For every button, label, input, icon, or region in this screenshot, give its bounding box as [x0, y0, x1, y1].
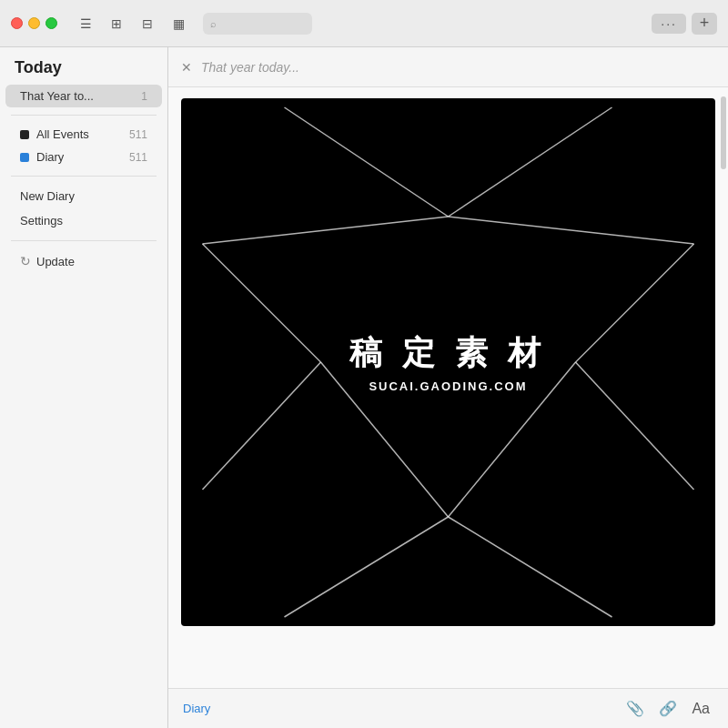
all-events-badge: 511 — [129, 128, 147, 141]
svg-line-2 — [203, 217, 449, 244]
svg-line-11 — [576, 362, 694, 490]
update-icon: ↻ — [20, 254, 31, 268]
traffic-lights — [11, 17, 57, 29]
sidebar-item-diary[interactable]: Diary 511 — [5, 146, 162, 168]
calendar-icon: ▦ — [173, 16, 185, 31]
dots-icon: ··· — [661, 16, 677, 31]
diary-label: Diary — [36, 150, 64, 164]
toolbar-right: ··· + — [652, 13, 717, 35]
list-icon: ☰ — [80, 16, 92, 31]
svg-line-7 — [449, 362, 576, 517]
grid-icon: ⊞ — [111, 16, 122, 31]
sidebar-item-update[interactable]: ↻ Update — [5, 248, 162, 274]
svg-line-1 — [449, 107, 612, 217]
sidebar-divider-3 — [11, 240, 157, 241]
attachment-button[interactable]: 📎 — [622, 696, 648, 721]
scrollbar[interactable] — [721, 96, 726, 169]
new-diary-label: New Diary — [20, 189, 75, 203]
content-footer: Diary 📎 🔗 Aa — [168, 688, 728, 728]
svg-line-9 — [449, 517, 612, 617]
that-year-badge: 1 — [141, 90, 147, 103]
format-icon: Aa — [692, 701, 710, 716]
timeline-icon: ⊟ — [142, 16, 153, 31]
decorative-lines — [181, 98, 715, 626]
svg-line-3 — [203, 244, 321, 362]
search-bar[interactable]: ⌕ — [203, 13, 312, 35]
svg-line-8 — [285, 517, 449, 617]
close-button[interactable] — [11, 17, 23, 29]
sidebar-item-that-year[interactable]: That Year to... 1 — [5, 85, 162, 107]
diary-badge: 511 — [129, 151, 147, 164]
entry-image: 稿 定 素 材 SUCAI.GAODING.COM — [181, 98, 715, 626]
grid-view-button[interactable]: ⊞ — [103, 12, 130, 35]
link-button[interactable]: 🔗 — [655, 696, 681, 721]
more-options-button[interactable]: ··· — [652, 14, 686, 34]
sidebar-header: Today — [0, 58, 167, 85]
add-entry-button[interactable]: + — [692, 13, 717, 35]
svg-line-0 — [285, 107, 449, 217]
svg-line-10 — [203, 362, 321, 490]
sidebar: Today That Year to... 1 All Events 511 D… — [0, 47, 168, 728]
update-label: Update — [36, 255, 75, 268]
sidebar-item-new-diary[interactable]: New Diary — [5, 184, 162, 208]
sidebar-item-all-events[interactable]: All Events 511 — [5, 123, 162, 146]
title-bar: ☰ ⊞ ⊟ ▦ ⌕ ··· + — [0, 0, 728, 47]
entry-area[interactable]: 稿 定 素 材 SUCAI.GAODING.COM — [168, 87, 728, 688]
fullscreen-button[interactable] — [46, 17, 57, 29]
format-button[interactable]: Aa — [688, 697, 713, 721]
svg-line-4 — [449, 217, 694, 244]
sidebar-divider-2 — [11, 176, 157, 177]
minimize-button[interactable] — [28, 17, 40, 29]
calendar-view-button[interactable]: ▦ — [165, 12, 192, 35]
attachment-icon: 📎 — [626, 701, 644, 716]
sidebar-item-settings[interactable]: Settings — [5, 208, 162, 233]
toolbar-icons: ☰ ⊞ ⊟ ▦ — [72, 12, 192, 35]
entry-title: That year today... — [201, 60, 299, 75]
main-layout: Today That Year to... 1 All Events 511 D… — [0, 47, 728, 728]
that-year-label: That Year to... — [20, 89, 94, 103]
settings-label: Settings — [20, 214, 63, 228]
plus-icon: + — [700, 14, 710, 33]
content-area: ✕ That year today... — [168, 47, 728, 728]
diary-dot — [20, 153, 29, 162]
all-events-dot — [20, 130, 29, 139]
close-icon: ✕ — [181, 60, 192, 75]
close-entry-button[interactable]: ✕ — [181, 60, 192, 75]
svg-line-5 — [576, 244, 694, 362]
timeline-view-button[interactable]: ⊟ — [134, 12, 161, 35]
list-view-button[interactable]: ☰ — [72, 12, 99, 35]
sidebar-divider-1 — [11, 115, 157, 116]
footer-diary-label: Diary — [183, 702, 210, 715]
link-icon: 🔗 — [659, 701, 677, 716]
all-events-label: All Events — [36, 127, 89, 141]
search-icon: ⌕ — [210, 18, 217, 29]
svg-line-6 — [321, 362, 449, 517]
content-header: ✕ That year today... — [168, 47, 728, 87]
